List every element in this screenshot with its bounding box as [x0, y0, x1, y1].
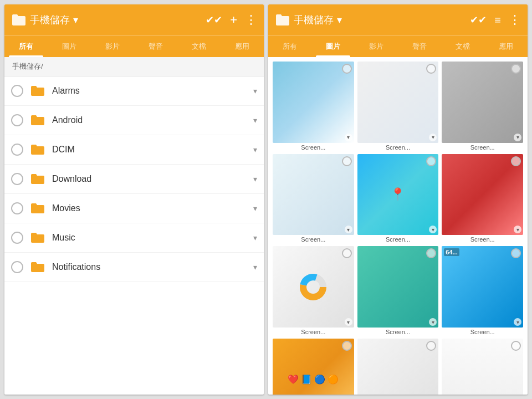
- thumb-4: ▾: [273, 154, 354, 236]
- chevron-dcim: ▾: [253, 145, 257, 154]
- grid-item-10[interactable]: ❤️ 📘 🔵 🟠 ▾ Screen...: [273, 339, 354, 395]
- radio-img-5[interactable]: [426, 156, 436, 166]
- left-header-title: 手機儲存: [30, 13, 70, 27]
- folder-name-alarms: Alarms: [52, 86, 247, 96]
- chevron-alarms: ▾: [253, 86, 257, 95]
- left-tab-images[interactable]: 圖片: [48, 36, 91, 57]
- right-panel: 手機儲存 ▾ ✔✔ ≡ ⋮ 所有 圖片 影片 聲音 文檔 應用 ▾ Scree: [268, 4, 528, 395]
- chevron-img-9: ▾: [514, 318, 521, 326]
- grid-item-6[interactable]: ▾ Screen...: [442, 154, 523, 243]
- grid-label-5: Screen...: [357, 236, 439, 243]
- left-tab-apps[interactable]: 應用: [221, 36, 264, 57]
- chevron-android: ▾: [253, 116, 257, 125]
- left-header-icons: ✔✔ + ⋮: [206, 13, 257, 27]
- chevron-img-7: ▾: [345, 318, 352, 326]
- folder-icon-header-left: [11, 13, 27, 27]
- left-more-icon[interactable]: ⋮: [245, 13, 257, 27]
- right-header: 手機儲存 ▾ ✔✔ ≡ ⋮: [268, 4, 528, 35]
- right-check-icon[interactable]: ✔✔: [470, 14, 487, 26]
- grid-item-4[interactable]: ▾ Screen...: [273, 154, 354, 243]
- grid-label-9: Screen...: [442, 329, 523, 335]
- chevron-music: ▾: [253, 233, 257, 242]
- grid-item-12[interactable]: ▾ Screen...: [442, 339, 523, 395]
- right-tab-video[interactable]: 影片: [355, 36, 398, 57]
- grid-item-7[interactable]: ▾ Screen...: [273, 246, 354, 335]
- radio-img-12[interactable]: [511, 341, 521, 351]
- folder-icon-download: [30, 172, 45, 186]
- radio-movies[interactable]: [11, 202, 23, 214]
- folder-icon-android: [30, 114, 45, 127]
- radio-img-10[interactable]: [342, 341, 352, 351]
- folder-name-music: Music: [52, 233, 247, 243]
- grid-label-4: Screen...: [273, 236, 354, 243]
- left-check-icon[interactable]: ✔✔: [206, 14, 222, 26]
- left-tab-video[interactable]: 影片: [91, 36, 134, 57]
- right-tab-apps[interactable]: 應用: [484, 36, 528, 57]
- radio-img-6[interactable]: [511, 156, 521, 166]
- radio-notifications[interactable]: [11, 261, 23, 273]
- grid-item-11[interactable]: ▾ Screen...: [357, 339, 439, 395]
- right-more-icon[interactable]: ⋮: [509, 13, 521, 27]
- right-header-left: 手機儲存 ▾: [275, 13, 342, 27]
- radio-alarms[interactable]: [11, 85, 23, 97]
- grid-item-1[interactable]: ▾ Screen...: [273, 62, 354, 151]
- folder-icon-dcim: [30, 143, 45, 156]
- grid-label-6: Screen...: [442, 236, 523, 243]
- radio-dcim[interactable]: [11, 144, 23, 156]
- folder-icon-notifications: [30, 260, 45, 274]
- left-tab-docs[interactable]: 文檔: [177, 36, 221, 57]
- chevron-download: ▾: [253, 175, 257, 183]
- thumb-3: ▾: [442, 62, 523, 143]
- right-header-icons: ✔✔ ≡ ⋮: [470, 13, 521, 27]
- grid-label-1: Screen...: [273, 144, 354, 151]
- radio-img-7[interactable]: [342, 248, 352, 258]
- left-tabs: 所有 圖片 影片 聲音 文檔 應用: [4, 35, 264, 57]
- folder-item-music[interactable]: Music ▾: [4, 223, 264, 253]
- right-header-title: 手機儲存: [294, 13, 334, 27]
- right-tab-audio[interactable]: 聲音: [398, 36, 441, 57]
- grid-item-5[interactable]: 📍 ▾ Screen...: [357, 154, 439, 243]
- left-add-icon[interactable]: +: [230, 13, 237, 27]
- grid-item-2[interactable]: ▾ Screen...: [357, 62, 439, 151]
- thumb-2: ▾: [357, 62, 439, 143]
- grid-label-8: Screen...: [357, 329, 439, 335]
- folder-name-download: Download: [52, 174, 247, 184]
- radio-img-1[interactable]: [342, 64, 352, 74]
- folder-list: Alarms ▾ Android ▾ DCIM ▾ Download: [4, 76, 264, 395]
- right-tab-all[interactable]: 所有: [268, 36, 311, 57]
- folder-item-download[interactable]: Download ▾: [4, 165, 264, 194]
- grid-label-7: Screen...: [273, 329, 354, 335]
- right-tab-images[interactable]: 圖片: [311, 36, 355, 57]
- chevron-img-1: ▾: [345, 134, 352, 141]
- folder-icon-alarms: [30, 84, 45, 98]
- thumb-12: ▾: [442, 339, 523, 395]
- folder-name-android: Android: [52, 115, 247, 125]
- folder-item-movies[interactable]: Movies ▾: [4, 194, 264, 223]
- right-tabs: 所有 圖片 影片 聲音 文檔 應用: [268, 35, 528, 57]
- grid-item-8[interactable]: ▾ Screen...: [357, 246, 439, 335]
- radio-music[interactable]: [11, 232, 23, 244]
- folder-icon-music: [30, 231, 45, 244]
- folder-item-android[interactable]: Android ▾: [4, 106, 264, 135]
- left-tab-audio[interactable]: 聲音: [134, 36, 177, 57]
- folder-item-alarms[interactable]: Alarms ▾: [4, 76, 264, 106]
- radio-img-4[interactable]: [342, 156, 352, 166]
- thumb-8: ▾: [357, 246, 439, 328]
- grid-label-2: Screen...: [357, 144, 439, 151]
- left-tab-all[interactable]: 所有: [4, 36, 48, 57]
- thumb-6: ▾: [442, 154, 523, 236]
- grid-item-3[interactable]: ▾ Screen...: [442, 62, 523, 151]
- thumb-1: ▾: [273, 62, 354, 143]
- right-tab-docs[interactable]: 文檔: [441, 36, 484, 57]
- grid-item-9[interactable]: 64... ▾ Screen...: [442, 246, 523, 335]
- image-grid-scroll: ▾ Screen... ▾ Screen... ▾ Screen...: [268, 57, 528, 395]
- radio-img-3[interactable]: [511, 64, 521, 74]
- radio-android[interactable]: [11, 114, 23, 126]
- thumb-10: ❤️ 📘 🔵 🟠 ▾: [273, 339, 354, 395]
- right-list-icon[interactable]: ≡: [494, 14, 501, 27]
- radio-download[interactable]: [11, 173, 23, 185]
- left-header-dropdown[interactable]: ▾: [73, 14, 78, 26]
- right-header-dropdown[interactable]: ▾: [337, 14, 342, 26]
- folder-item-notifications[interactable]: Notifications ▾: [4, 253, 264, 282]
- folder-item-dcim[interactable]: DCIM ▾: [4, 135, 264, 165]
